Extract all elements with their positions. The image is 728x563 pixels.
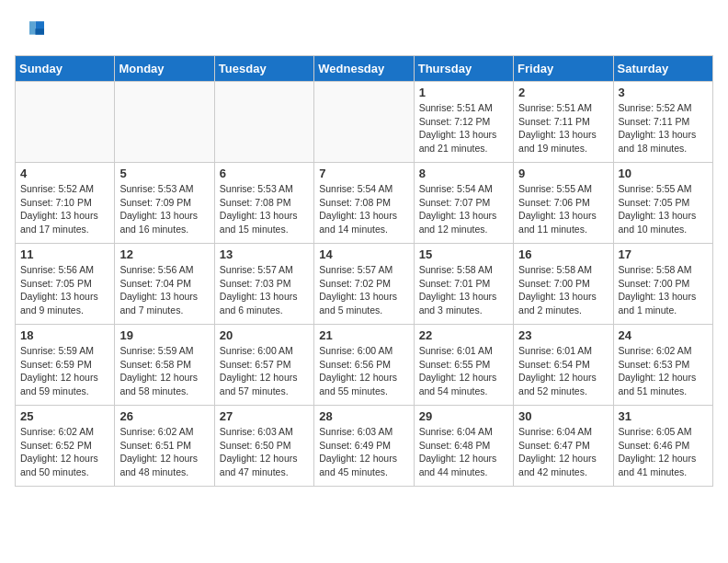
day-info: Sunrise: 5:59 AMSunset: 6:58 PMDaylight:… — [119, 344, 209, 398]
day-cell — [16, 82, 115, 163]
day-number: 18 — [20, 328, 109, 342]
day-cell: 5Sunrise: 5:53 AMSunset: 7:09 PMDaylight… — [115, 163, 214, 244]
day-cell: 7Sunrise: 5:54 AMSunset: 7:08 PMDaylight… — [314, 163, 414, 244]
page-header — [15, 15, 713, 44]
day-number: 22 — [419, 328, 508, 342]
day-cell: 20Sunrise: 6:00 AMSunset: 6:57 PMDayligh… — [214, 325, 313, 406]
day-info: Sunrise: 6:03 AMSunset: 6:49 PMDaylight:… — [319, 425, 408, 479]
day-number: 29 — [419, 409, 508, 423]
day-info: Sunrise: 6:04 AMSunset: 6:47 PMDaylight:… — [518, 425, 608, 479]
calendar-table: SundayMondayTuesdayWednesdayThursdayFrid… — [15, 55, 713, 487]
day-info: Sunrise: 5:54 AMSunset: 7:07 PMDaylight:… — [419, 182, 508, 236]
day-cell: 11Sunrise: 5:56 AMSunset: 7:05 PMDayligh… — [16, 244, 115, 325]
logo-icon — [15, 15, 44, 44]
day-number: 19 — [119, 328, 209, 342]
day-cell: 17Sunrise: 5:58 AMSunset: 7:00 PMDayligh… — [613, 244, 712, 325]
day-info: Sunrise: 6:04 AMSunset: 6:48 PMDaylight:… — [419, 425, 508, 479]
day-info: Sunrise: 6:00 AMSunset: 6:56 PMDaylight:… — [319, 344, 408, 398]
day-info: Sunrise: 5:53 AMSunset: 7:08 PMDaylight:… — [220, 182, 309, 236]
day-number: 11 — [20, 247, 109, 261]
day-cell: 23Sunrise: 6:01 AMSunset: 6:54 PMDayligh… — [514, 325, 613, 406]
day-number: 25 — [20, 409, 109, 423]
day-number: 10 — [619, 167, 708, 180]
day-info: Sunrise: 5:52 AMSunset: 7:10 PMDaylight:… — [20, 182, 109, 236]
week-row-3: 11Sunrise: 5:56 AMSunset: 7:05 PMDayligh… — [16, 244, 713, 325]
day-info: Sunrise: 5:57 AMSunset: 7:02 PMDaylight:… — [319, 263, 408, 317]
day-number: 12 — [119, 247, 209, 261]
day-cell: 3Sunrise: 5:52 AMSunset: 7:11 PMDaylight… — [613, 82, 712, 163]
weekday-header-wednesday: Wednesday — [314, 56, 414, 82]
day-info: Sunrise: 6:02 AMSunset: 6:51 PMDaylight:… — [119, 425, 209, 479]
day-number: 8 — [419, 167, 508, 180]
day-info: Sunrise: 5:56 AMSunset: 7:04 PMDaylight:… — [119, 263, 209, 317]
day-cell: 25Sunrise: 6:02 AMSunset: 6:52 PMDayligh… — [16, 406, 115, 487]
week-row-1: 1Sunrise: 5:51 AMSunset: 7:12 PMDaylight… — [16, 82, 713, 163]
weekday-header-thursday: Thursday — [414, 56, 513, 82]
day-cell: 21Sunrise: 6:00 AMSunset: 6:56 PMDayligh… — [314, 325, 414, 406]
day-info: Sunrise: 5:58 AMSunset: 7:00 PMDaylight:… — [619, 263, 708, 317]
day-info: Sunrise: 5:57 AMSunset: 7:03 PMDaylight:… — [220, 263, 309, 317]
day-number: 15 — [419, 247, 508, 261]
day-number: 27 — [220, 409, 309, 423]
day-number: 3 — [619, 86, 708, 99]
day-info: Sunrise: 6:00 AMSunset: 6:57 PMDaylight:… — [220, 344, 309, 398]
day-info: Sunrise: 6:03 AMSunset: 6:50 PMDaylight:… — [220, 425, 309, 479]
day-cell: 2Sunrise: 5:51 AMSunset: 7:11 PMDaylight… — [514, 82, 613, 163]
day-number: 26 — [119, 409, 209, 423]
day-number: 1 — [419, 86, 508, 99]
day-number: 7 — [319, 167, 408, 180]
day-info: Sunrise: 5:51 AMSunset: 7:12 PMDaylight:… — [419, 101, 508, 155]
day-cell: 13Sunrise: 5:57 AMSunset: 7:03 PMDayligh… — [214, 244, 313, 325]
day-number: 13 — [220, 247, 309, 261]
day-number: 6 — [220, 167, 309, 180]
day-cell: 19Sunrise: 5:59 AMSunset: 6:58 PMDayligh… — [115, 325, 214, 406]
day-info: Sunrise: 5:58 AMSunset: 7:00 PMDaylight:… — [518, 263, 608, 317]
day-info: Sunrise: 5:51 AMSunset: 7:11 PMDaylight:… — [518, 101, 608, 155]
day-info: Sunrise: 5:54 AMSunset: 7:08 PMDaylight:… — [319, 182, 408, 236]
logo — [15, 15, 44, 44]
svg-marker-1 — [29, 21, 35, 34]
day-info: Sunrise: 5:53 AMSunset: 7:09 PMDaylight:… — [119, 182, 209, 236]
day-info: Sunrise: 5:56 AMSunset: 7:05 PMDaylight:… — [20, 263, 109, 317]
day-number: 5 — [119, 167, 209, 180]
day-info: Sunrise: 6:01 AMSunset: 6:55 PMDaylight:… — [419, 344, 508, 398]
day-number: 21 — [319, 328, 408, 342]
day-cell: 22Sunrise: 6:01 AMSunset: 6:55 PMDayligh… — [414, 325, 513, 406]
day-number: 20 — [220, 328, 309, 342]
day-info: Sunrise: 5:55 AMSunset: 7:06 PMDaylight:… — [518, 182, 608, 236]
day-number: 31 — [619, 409, 708, 423]
day-cell: 31Sunrise: 6:05 AMSunset: 6:46 PMDayligh… — [613, 406, 712, 487]
day-cell: 6Sunrise: 5:53 AMSunset: 7:08 PMDaylight… — [214, 163, 313, 244]
day-info: Sunrise: 5:59 AMSunset: 6:59 PMDaylight:… — [20, 344, 109, 398]
day-cell: 26Sunrise: 6:02 AMSunset: 6:51 PMDayligh… — [115, 406, 214, 487]
day-info: Sunrise: 5:55 AMSunset: 7:05 PMDaylight:… — [619, 182, 708, 236]
day-number: 30 — [518, 409, 608, 423]
day-cell: 16Sunrise: 5:58 AMSunset: 7:00 PMDayligh… — [514, 244, 613, 325]
day-info: Sunrise: 5:52 AMSunset: 7:11 PMDaylight:… — [619, 101, 708, 155]
day-cell — [214, 82, 313, 163]
day-cell: 9Sunrise: 5:55 AMSunset: 7:06 PMDaylight… — [514, 163, 613, 244]
day-cell: 18Sunrise: 5:59 AMSunset: 6:59 PMDayligh… — [16, 325, 115, 406]
day-info: Sunrise: 5:58 AMSunset: 7:01 PMDaylight:… — [419, 263, 508, 317]
day-cell — [115, 82, 214, 163]
day-cell: 8Sunrise: 5:54 AMSunset: 7:07 PMDaylight… — [414, 163, 513, 244]
weekday-header-row: SundayMondayTuesdayWednesdayThursdayFrid… — [16, 56, 713, 82]
day-cell: 30Sunrise: 6:04 AMSunset: 6:47 PMDayligh… — [514, 406, 613, 487]
weekday-header-tuesday: Tuesday — [214, 56, 313, 82]
week-row-4: 18Sunrise: 5:59 AMSunset: 6:59 PMDayligh… — [16, 325, 713, 406]
week-row-2: 4Sunrise: 5:52 AMSunset: 7:10 PMDaylight… — [16, 163, 713, 244]
weekday-header-friday: Friday — [514, 56, 613, 82]
day-number: 24 — [619, 328, 708, 342]
day-cell: 4Sunrise: 5:52 AMSunset: 7:10 PMDaylight… — [16, 163, 115, 244]
day-info: Sunrise: 6:02 AMSunset: 6:52 PMDaylight:… — [20, 425, 109, 479]
svg-marker-2 — [35, 29, 44, 34]
day-number: 17 — [619, 247, 708, 261]
day-number: 4 — [20, 167, 109, 180]
day-cell: 12Sunrise: 5:56 AMSunset: 7:04 PMDayligh… — [115, 244, 214, 325]
day-number: 2 — [518, 86, 608, 99]
day-cell: 28Sunrise: 6:03 AMSunset: 6:49 PMDayligh… — [314, 406, 414, 487]
day-cell: 27Sunrise: 6:03 AMSunset: 6:50 PMDayligh… — [214, 406, 313, 487]
day-number: 23 — [518, 328, 608, 342]
day-info: Sunrise: 6:02 AMSunset: 6:53 PMDaylight:… — [619, 344, 708, 398]
day-number: 9 — [518, 167, 608, 180]
